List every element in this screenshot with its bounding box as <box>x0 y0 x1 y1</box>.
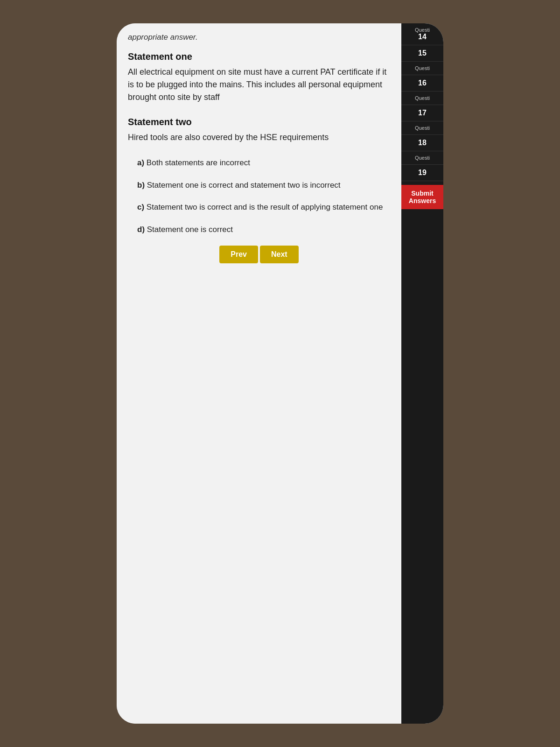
next-button[interactable]: Next <box>260 246 299 263</box>
statement-two-title: Statement two <box>128 117 390 127</box>
question-sidebar: Questi 14 15 Questi 16 Questi 17 Questi <box>401 23 443 724</box>
sidebar-q16-label: Questi <box>401 92 443 105</box>
sidebar-q16-number: 16 <box>403 79 441 87</box>
nav-buttons: Prev Next <box>128 246 390 268</box>
option-a-text: Both statements are incorrect <box>147 158 250 167</box>
option-c-text: Statement two is correct and is the resu… <box>147 203 383 211</box>
sidebar-q18[interactable]: 18 <box>401 135 443 151</box>
option-d[interactable]: d) Statement one is correct <box>137 224 390 236</box>
sidebar-q18-label: Questi <box>401 151 443 165</box>
option-b-text: Statement one is correct and statement t… <box>147 181 341 190</box>
top-instruction-text: appropriate answer. <box>128 33 390 42</box>
options-section: a) Both statements are incorrect b) Stat… <box>128 157 390 235</box>
option-c[interactable]: c) Statement two is correct and is the r… <box>137 201 390 213</box>
option-b[interactable]: b) Statement one is correct and statemen… <box>137 179 390 191</box>
sidebar-q17[interactable]: 17 <box>401 105 443 121</box>
sidebar-q14[interactable]: Questi 14 <box>401 23 443 45</box>
option-b-letter: b) <box>137 181 145 190</box>
sidebar-q15[interactable]: 15 <box>401 45 443 62</box>
sidebar-q18-label-text: Questi <box>403 155 441 161</box>
sidebar-q15-number: 15 <box>403 49 441 57</box>
statement-two-body: Hired tools are also covered by the HSE … <box>128 131 390 144</box>
sidebar-q16[interactable]: 16 <box>401 75 443 92</box>
sidebar-q17-label-text: Questi <box>403 125 441 131</box>
option-d-text: Statement one is correct <box>147 225 233 234</box>
sidebar-q17-number: 17 <box>403 109 441 117</box>
statement-two-block: Statement two Hired tools are also cover… <box>128 117 390 144</box>
sidebar-q17-label: Questi <box>401 121 443 135</box>
sidebar-q15-label: Questi <box>401 62 443 75</box>
screen: appropriate answer. Statement one All el… <box>117 23 443 724</box>
sidebar-q19-number: 19 <box>403 169 441 177</box>
sidebar-q18-number: 18 <box>403 139 441 147</box>
option-d-letter: d) <box>137 225 145 234</box>
statement-one-block: Statement one All electrical equipment o… <box>128 51 390 104</box>
main-content: appropriate answer. Statement one All el… <box>117 23 401 724</box>
option-c-letter: c) <box>137 203 144 211</box>
statement-one-body: All electrical equipment on site must ha… <box>128 66 390 104</box>
option-a-letter: a) <box>137 158 144 167</box>
option-a[interactable]: a) Both statements are incorrect <box>137 157 390 169</box>
sidebar-q19[interactable]: 19 <box>401 165 443 181</box>
prev-button[interactable]: Prev <box>219 246 258 263</box>
sidebar-q15-label-text: Questi <box>403 65 441 71</box>
sidebar-q16-label-text: Questi <box>403 95 441 101</box>
sidebar-q14-label: Questi <box>403 27 441 33</box>
phone-frame: appropriate answer. Statement one All el… <box>117 23 443 724</box>
submit-answers-button[interactable]: Submit Answers <box>401 185 443 209</box>
sidebar-q14-number: 14 <box>403 33 441 41</box>
statement-one-title: Statement one <box>128 51 390 62</box>
